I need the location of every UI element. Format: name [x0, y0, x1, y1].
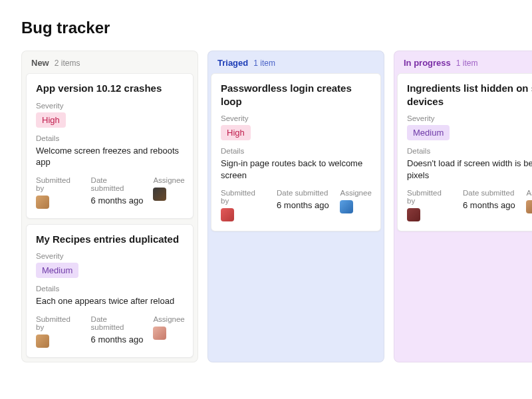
details-text: Sign-in page routes back to welcome scre…: [221, 158, 371, 181]
column-new[interactable]: New 2 items App version 10.12 crashes Se…: [21, 51, 198, 362]
column-count: 1 item: [456, 59, 478, 68]
card-list: Ingredients list hidden on small devices…: [394, 73, 532, 234]
date-submitted-label: Date submitted: [91, 176, 142, 192]
severity-label: Severity: [221, 114, 371, 122]
submitted-by-label: Submitted by: [36, 315, 79, 331]
severity-label: Severity: [36, 252, 184, 260]
details-text: Welcome screen freezes and reboots app: [36, 145, 184, 168]
details-text: Each one appears twice after reload: [36, 295, 184, 307]
details-label: Details: [36, 285, 184, 293]
avatar[interactable]: [36, 196, 49, 209]
card-list: App version 10.12 crashes Severity High …: [22, 73, 198, 362]
avatar[interactable]: [153, 327, 166, 340]
submitted-by-label: Submitted by: [407, 189, 451, 205]
date-submitted-label: Date submitted: [91, 315, 142, 331]
date-submitted: 6 months ago: [463, 200, 514, 210]
details-label: Details: [407, 147, 532, 155]
assignee-label: Assignee: [340, 189, 371, 197]
severity-label: Severity: [407, 114, 532, 122]
bug-card[interactable]: My Recipes entries duplicated Severity M…: [26, 224, 194, 358]
date-submitted-label: Date submitted: [277, 189, 328, 197]
kanban-board: New 2 items App version 10.12 crashes Se…: [21, 51, 532, 362]
card-meta: Submitted by Date submitted 6 months ago…: [407, 189, 532, 221]
severity-badge: High: [221, 125, 251, 140]
avatar[interactable]: [153, 188, 166, 201]
column-in-progress[interactable]: In progress 1 item Ingredients list hidd…: [394, 51, 532, 362]
submitted-by-label: Submitted by: [36, 176, 79, 192]
date-submitted-label: Date submitted: [463, 189, 514, 197]
column-triaged[interactable]: Triaged 1 item Passwordless login create…: [207, 51, 384, 362]
severity-label: Severity: [36, 102, 184, 110]
card-meta: Submitted by Date submitted 6 months ago…: [221, 189, 371, 221]
column-count: 2 items: [55, 59, 80, 68]
column-title: In progress: [404, 58, 451, 68]
column-title: New: [31, 58, 49, 68]
avatar[interactable]: [407, 208, 420, 221]
details-label: Details: [221, 147, 371, 155]
card-title: Passwordless login creates loop: [221, 82, 371, 108]
avatar[interactable]: [340, 200, 353, 213]
severity-badge: Medium: [36, 263, 78, 278]
bug-card[interactable]: Ingredients list hidden on small devices…: [397, 73, 532, 231]
bug-card[interactable]: Passwordless login creates loop Severity…: [211, 73, 381, 231]
severity-badge: High: [36, 112, 66, 128]
assignee-label: Assignee: [153, 315, 184, 323]
column-header: New 2 items: [22, 51, 198, 73]
column-header: Triaged 1 item: [208, 51, 384, 73]
card-title: My Recipes entries duplicated: [36, 233, 184, 246]
date-submitted: 6 months ago: [91, 334, 142, 344]
details-text: Doesn't load if screen width is below pi…: [407, 158, 532, 181]
column-title: Triaged: [217, 58, 248, 68]
avatar[interactable]: [221, 208, 234, 221]
details-label: Details: [36, 134, 184, 142]
submitted-by-label: Submitted by: [221, 189, 265, 205]
severity-badge: Medium: [407, 125, 450, 140]
assignee-label: Assignee: [526, 189, 532, 197]
card-list: Passwordless login creates loop Severity…: [208, 73, 384, 234]
column-header: In progress 1 item: [394, 51, 532, 73]
avatar[interactable]: [36, 334, 49, 348]
card-meta: Submitted by Date submitted 6 months ago…: [36, 315, 184, 348]
card-meta: Submitted by Date submitted 6 months ago…: [36, 176, 184, 209]
card-title: App version 10.12 crashes: [36, 82, 184, 95]
date-submitted: 6 months ago: [91, 196, 142, 205]
bug-card[interactable]: App version 10.12 crashes Severity High …: [26, 73, 194, 219]
assignee-label: Assignee: [153, 176, 184, 184]
card-title: Ingredients list hidden on small devices: [407, 82, 532, 108]
column-count: 1 item: [253, 59, 275, 68]
date-submitted: 6 months ago: [277, 200, 328, 210]
avatar[interactable]: [526, 200, 532, 213]
page-title: Bug tracker: [21, 19, 532, 37]
